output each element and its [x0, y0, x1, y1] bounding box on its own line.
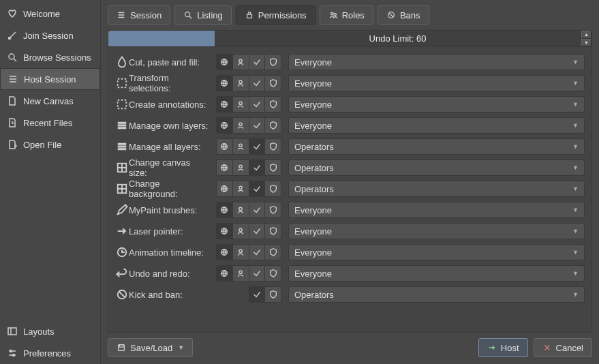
- tier-user-button[interactable]: [232, 96, 249, 112]
- perm-dropdown[interactable]: Operators▼: [288, 160, 585, 176]
- tier-shield-button[interactable]: [264, 54, 281, 70]
- perm-dropdown-value: Operators: [294, 142, 572, 152]
- tier-check-button[interactable]: [249, 181, 266, 197]
- layouts-icon: [7, 326, 18, 337]
- perm-dropdown[interactable]: Operators▼: [288, 286, 585, 303]
- tier-user-button[interactable]: [232, 223, 249, 239]
- perm-row: Cut, paste and fill:Everyone▼: [115, 54, 585, 70]
- undo-limit-row[interactable]: Undo Limit: 60 ▲ ▼: [108, 31, 592, 47]
- tier-check-button[interactable]: [249, 202, 266, 218]
- tier-check-button[interactable]: [249, 244, 266, 260]
- saveload-button[interactable]: Save/Load ▼: [108, 338, 193, 357]
- perm-dropdown[interactable]: Everyone▼: [288, 223, 585, 239]
- tier-check-button[interactable]: [249, 75, 266, 91]
- tier-globe-button[interactable]: [216, 223, 233, 239]
- tier-globe-button[interactable]: [216, 117, 233, 134]
- tab-label: Roles: [342, 10, 365, 20]
- sidebar-item-host-session[interactable]: Host Session: [0, 68, 100, 90]
- tab-listing[interactable]: Listing: [174, 5, 232, 25]
- tier-shield-button[interactable]: [264, 265, 281, 282]
- perm-tier-selector: [216, 75, 281, 91]
- perm-dropdown[interactable]: Everyone▼: [288, 75, 585, 91]
- perm-tier-selector: [216, 96, 281, 112]
- perm-dropdown[interactable]: Everyone▼: [288, 265, 585, 282]
- tier-globe-button[interactable]: [216, 160, 233, 176]
- tier-check-button[interactable]: [249, 265, 266, 282]
- search-icon: [7, 52, 18, 63]
- tier-globe-button[interactable]: [216, 244, 233, 260]
- sidebar-item-preferences[interactable]: Preferences: [0, 342, 100, 364]
- perm-dropdown[interactable]: Operators▼: [288, 181, 585, 197]
- tab-permissions[interactable]: Permissions: [236, 5, 316, 25]
- tier-globe-button[interactable]: [216, 54, 233, 70]
- tier-check-button[interactable]: [249, 160, 266, 176]
- perm-dropdown[interactable]: Everyone▼: [288, 244, 585, 260]
- tier-user-button[interactable]: [232, 160, 249, 176]
- sidebar-item-open-file[interactable]: Open File: [0, 134, 100, 155]
- tier-check-button[interactable]: [249, 54, 266, 70]
- tier-shield-button[interactable]: [264, 223, 281, 239]
- spinner-up[interactable]: ▲: [581, 31, 592, 39]
- tier-user-button[interactable]: [232, 54, 249, 70]
- tier-user-button[interactable]: [232, 75, 249, 91]
- tier-check-button[interactable]: [249, 117, 266, 134]
- perm-dropdown[interactable]: Everyone▼: [288, 202, 585, 218]
- mypaint-icon: [115, 203, 129, 217]
- tier-shield-button[interactable]: [264, 117, 281, 134]
- sidebar-item-new-canvas[interactable]: New Canvas: [0, 90, 100, 112]
- perm-dropdown[interactable]: Operators▼: [288, 138, 585, 155]
- tier-check-button[interactable]: [249, 96, 266, 112]
- tier-globe-button[interactable]: [216, 181, 233, 197]
- alllayers-icon: [115, 140, 129, 153]
- tab-bans[interactable]: Bans: [378, 5, 429, 25]
- tab-roles[interactable]: Roles: [320, 5, 373, 25]
- sidebar-item-label: Host Session: [24, 74, 76, 85]
- undo-limit-spinner[interactable]: ▲ ▼: [581, 31, 592, 46]
- tier-globe-button[interactable]: [216, 138, 233, 155]
- chevron-down-icon: ▼: [572, 59, 579, 65]
- sidebar-item-join-session[interactable]: Join Session: [0, 25, 100, 46]
- tier-user-button[interactable]: [232, 202, 249, 218]
- perm-row: Create annotations:Everyone▼: [115, 96, 585, 112]
- tier-globe-button[interactable]: [216, 75, 233, 91]
- cancel-button[interactable]: Cancel: [534, 338, 592, 357]
- tier-user-button[interactable]: [232, 138, 249, 155]
- perm-dropdown[interactable]: Everyone▼: [288, 96, 585, 112]
- tier-shield-button[interactable]: [264, 181, 281, 197]
- tier-shield-button[interactable]: [264, 202, 281, 218]
- tier-globe-button[interactable]: [216, 265, 233, 282]
- tier-check-button[interactable]: [249, 223, 266, 239]
- tier-shield-button[interactable]: [264, 244, 281, 260]
- tier-shield-button[interactable]: [264, 160, 281, 176]
- tier-user-button[interactable]: [232, 117, 249, 134]
- perm-label: Manage own layers:: [129, 121, 209, 131]
- tab-label: Permissions: [258, 10, 307, 20]
- sidebar-item-browse-sessions[interactable]: Browse Sessions: [0, 46, 100, 68]
- sidebar-item-layouts[interactable]: Layouts: [0, 320, 100, 342]
- spinner-down[interactable]: ▼: [581, 39, 592, 47]
- perm-tier-selector: [216, 160, 281, 176]
- host-button[interactable]: Host: [478, 338, 528, 357]
- sidebar-item-recent-files[interactable]: Recent Files: [0, 112, 100, 134]
- tier-globe-button[interactable]: [216, 202, 233, 218]
- perm-row: Kick and ban:Operators▼: [115, 286, 585, 303]
- perm-tier-selector: [216, 244, 281, 260]
- sidebar-item-welcome[interactable]: Welcome: [0, 3, 100, 25]
- tier-shield-button[interactable]: [264, 286, 281, 303]
- tier-globe-button[interactable]: [216, 96, 233, 112]
- perm-dropdown[interactable]: Everyone▼: [288, 117, 585, 134]
- tier-shield-button[interactable]: [264, 75, 281, 91]
- tier-shield-button[interactable]: [264, 96, 281, 112]
- tier-check-button[interactable]: [249, 286, 266, 303]
- perm-dropdown-value: Everyone: [294, 78, 572, 89]
- tier-user-button[interactable]: [232, 181, 249, 197]
- sidebar-item-label: Welcome: [23, 9, 60, 19]
- tab-session[interactable]: Session: [108, 5, 170, 25]
- tier-check-button[interactable]: [249, 138, 266, 155]
- tier-shield-button[interactable]: [264, 138, 281, 155]
- tier-user-button[interactable]: [232, 265, 249, 282]
- page-icon: [7, 95, 18, 106]
- perm-dropdown[interactable]: Everyone▼: [288, 54, 585, 70]
- tier-user-button[interactable]: [232, 244, 249, 260]
- perm-label: Change background:: [129, 179, 209, 199]
